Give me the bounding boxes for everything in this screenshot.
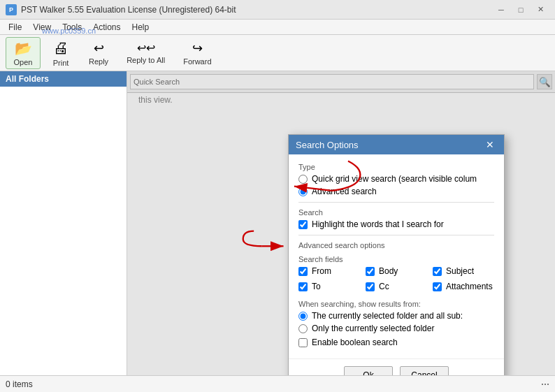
dialog-title-bar: Search Options ✕ [289,135,504,154]
ok-button[interactable]: Ok [344,366,393,375]
watermark: www.pc0359.cn [42,27,96,35]
cancel-button[interactable]: Cancel [400,366,449,375]
body-checkbox[interactable] [366,267,375,276]
selected-sub-label: The currently selected folder and all su… [312,311,463,321]
boolean-search-label: Enable boolean search [312,337,398,347]
highlight-label: Highlight the words that I search for [312,219,444,229]
app-title: PST Walker 5.55 Evaluation License (Unre… [21,5,236,15]
forward-button[interactable]: ↪ Forward [175,37,219,69]
subject-label: Subject [446,266,474,276]
title-bar: P PST Walker 5.55 Evaluation License (Un… [0,0,555,20]
type-radio-group: Quick grid view search (search visible c… [298,174,494,196]
quick-search-radio[interactable] [298,175,308,184]
selected-only-radio[interactable] [298,324,308,333]
reply-label: Reply [89,57,108,66]
boolean-search-checkbox[interactable] [298,338,308,347]
to-field[interactable]: To [298,282,360,291]
dialog-footer: Ok Cancel [289,358,504,375]
search-section-label: Search [298,208,494,217]
reply-all-button[interactable]: ↩↩ Reply to All [119,37,173,69]
quick-search-option[interactable]: Quick grid view search (search visible c… [298,174,494,184]
attachments-field[interactable]: Attachments [433,282,494,291]
close-button[interactable]: ✕ [531,2,549,17]
content-area: 🔍 this view. Search Options ✕ Type [127,71,555,375]
attachments-checkbox[interactable] [433,282,442,291]
selected-only-label: Only the currently selected folder [312,324,434,333]
menu-file[interactable]: File [3,21,27,34]
open-button[interactable]: 📂 Open [6,37,41,69]
subject-checkbox[interactable] [433,267,442,276]
menu-help[interactable]: Help [127,21,155,34]
advanced-options-label: Advanced search options [298,241,494,249]
selected-sub-option[interactable]: The currently selected folder and all su… [298,311,494,321]
print-button[interactable]: 🖨 Print [43,37,78,69]
to-checkbox[interactable] [298,282,308,291]
sidebar-header: All Folders [0,71,127,87]
advanced-search-radio[interactable] [298,187,308,196]
forward-icon: ↪ [192,41,203,56]
body-label: Body [379,266,398,276]
to-label: To [312,282,321,291]
title-bar-controls[interactable]: ─ □ ✕ [492,2,549,17]
toolbar: 📂 Open 🖨 Print ↩ Reply ↩↩ Reply to All ↪… [0,35,555,71]
results-radio-group: The currently selected folder and all su… [298,311,494,333]
advanced-search-label: Advanced search [312,187,377,196]
results-from-label: When searching, show results from: [298,300,494,308]
advanced-search-option[interactable]: Advanced search [298,187,494,196]
status-bar: 0 items ⋯ [0,375,555,392]
minimize-button[interactable]: ─ [492,2,510,17]
dialog-close-button[interactable]: ✕ [483,139,497,150]
reply-all-label: Reply to All [127,56,165,64]
title-bar-left: P PST Walker 5.55 Evaluation License (Un… [6,4,236,15]
cc-label: Cc [379,282,389,291]
search-options-dialog: Search Options ✕ Type Quick grid view se… [288,134,505,375]
forward-label: Forward [183,57,211,66]
sidebar: All Folders [0,71,127,375]
from-label: From [312,266,331,276]
selected-only-option[interactable]: Only the currently selected folder [298,324,494,333]
highlight-checkbox[interactable] [298,220,308,229]
type-section-label: Type [298,163,494,171]
cc-checkbox[interactable] [366,282,375,291]
reply-icon: ↩ [94,41,104,56]
quick-search-label: Quick grid view search (search visible c… [312,174,477,184]
subject-field[interactable]: Subject [433,266,494,276]
search-fields-grid: From Body Subject To [298,266,494,294]
selected-sub-radio[interactable] [298,312,308,321]
modal-overlay: Search Options ✕ Type Quick grid view se… [127,71,555,375]
print-label: Print [53,59,69,67]
print-icon: 🖨 [53,39,69,57]
highlight-option[interactable]: Highlight the words that I search for [298,219,494,229]
maximize-button[interactable]: □ [512,2,530,17]
reply-all-icon: ↩↩ [137,41,155,55]
status-right: ⋯ [541,379,549,389]
from-checkbox[interactable] [298,267,308,276]
search-fields-label: Search fields [298,255,494,263]
attachments-label: Attachments [446,282,493,291]
main-content: All Folders 🔍 this view. Search Options … [0,71,555,375]
open-label: Open [14,58,33,66]
boolean-search-option[interactable]: Enable boolean search [298,337,494,347]
body-field[interactable]: Body [366,266,427,276]
from-field[interactable]: From [298,266,360,276]
app-icon: P [6,4,17,15]
open-icon: 📂 [15,40,32,57]
dialog-body: Type Quick grid view search (search visi… [289,154,504,358]
status-left: 0 items [6,379,33,389]
dialog-title: Search Options [296,140,359,150]
reply-button[interactable]: ↩ Reply [81,37,116,69]
cc-field[interactable]: Cc [366,282,427,291]
